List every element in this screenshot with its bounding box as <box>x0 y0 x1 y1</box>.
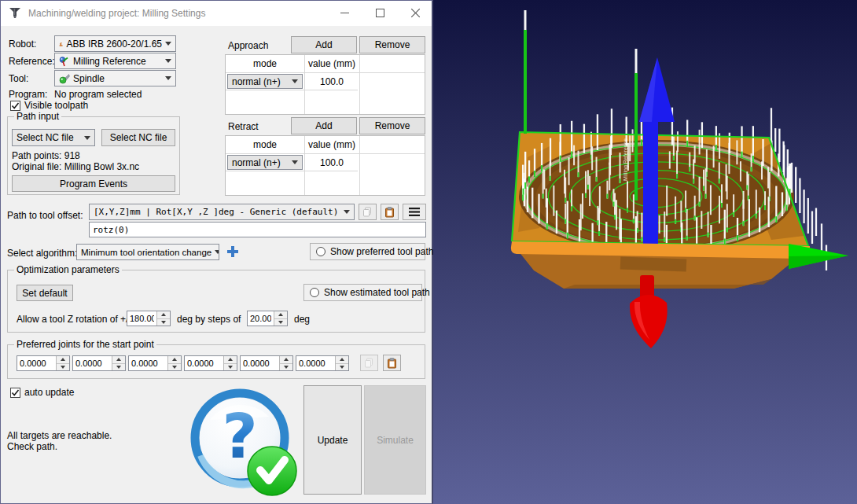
spin-down-button[interactable] <box>280 364 292 371</box>
program-events-button[interactable]: Program Events <box>12 175 175 192</box>
titlebar[interactable]: Machining/welding project: Milling Setti… <box>1 1 432 26</box>
robot-icon <box>59 39 64 50</box>
update-button[interactable]: Update <box>303 385 362 495</box>
retract-mode-combobox[interactable]: normal (n+) <box>227 155 303 170</box>
paste-icon <box>384 207 395 218</box>
approach-remove-label: Remove <box>375 39 410 50</box>
rotation-spinbox[interactable] <box>127 311 171 326</box>
joints-paste-button[interactable] <box>383 355 401 371</box>
radio-icon <box>316 247 326 256</box>
update-label: Update <box>318 435 348 446</box>
spin-up-button[interactable] <box>224 356 237 364</box>
approach-table: mode value (mm) normal (n+) 100.0 <box>225 54 425 115</box>
algorithm-combobox[interactable]: Minimum tool orientation change <box>76 244 219 260</box>
joint-4-spinbox[interactable] <box>184 355 237 371</box>
joint-5-spinbox[interactable] <box>240 355 293 371</box>
offset-value-field[interactable] <box>89 222 426 237</box>
robot-combobox[interactable]: ABB IRB 2600-20/1.65 <box>54 35 176 52</box>
table-divider <box>359 55 360 114</box>
front-face-patch <box>620 257 687 272</box>
frame-label: Milling Reference <box>623 138 629 181</box>
spin-up-button[interactable] <box>274 311 287 319</box>
joint-1-spinbox[interactable] <box>17 355 70 371</box>
add-algorithm-button[interactable] <box>226 245 240 259</box>
spin-up-button[interactable] <box>157 311 170 319</box>
spin-up-button[interactable] <box>336 356 348 364</box>
close-button[interactable] <box>398 1 433 25</box>
spin-up-button[interactable] <box>168 356 181 364</box>
chevron-down-icon <box>165 42 171 46</box>
tool-value: Spindle <box>73 73 105 84</box>
retract-remove-button[interactable]: Remove <box>359 117 425 134</box>
auto-update-label: auto update <box>24 387 74 398</box>
offset-paste-button[interactable] <box>381 204 399 220</box>
joint-3-input[interactable] <box>129 356 167 370</box>
maximize-button[interactable] <box>362 1 398 25</box>
auto-update-checkbox[interactable]: auto update <box>10 387 74 398</box>
show-preferred-label: Show preferred tool path <box>330 246 433 257</box>
select-nc-file-button[interactable]: Select NC file <box>101 129 175 146</box>
checkbox-checked-icon <box>10 101 20 111</box>
algorithm-label: Select algorithm: <box>7 248 77 259</box>
joint-6-spinbox[interactable] <box>296 355 349 371</box>
spin-down-button[interactable] <box>157 319 170 326</box>
step-spinbox[interactable] <box>247 311 288 326</box>
simulate-button[interactable]: Simulate <box>364 385 426 495</box>
spin-down-button[interactable] <box>168 364 181 371</box>
set-default-button[interactable]: Set default <box>17 285 73 301</box>
joints-copy-button[interactable] <box>360 355 378 371</box>
spin-up-button[interactable] <box>57 356 69 364</box>
maximize-icon <box>376 9 384 17</box>
visible-toolpath-checkbox[interactable]: Visible toolpath <box>10 100 88 111</box>
select-nc-file-dropdown[interactable]: Select NC file <box>12 129 95 146</box>
approach-value-cell[interactable]: 100.0 <box>304 76 359 87</box>
spin-up-button[interactable] <box>280 356 292 364</box>
select-nc-button-label: Select NC file <box>110 132 167 143</box>
reference-value: Milling Reference <box>73 56 146 67</box>
status-line-2: Check path. <box>7 441 57 452</box>
minimize-button[interactable] <box>327 1 362 25</box>
offset-copy-button[interactable] <box>359 204 377 220</box>
offset-menu-button[interactable] <box>403 204 426 220</box>
rotation-text-1: Allow a tool Z rotation of +/- <box>17 314 131 325</box>
spin-up-button[interactable] <box>112 356 125 364</box>
retract-add-label: Add <box>315 120 332 131</box>
program-events-label: Program Events <box>60 178 127 189</box>
joint-3-spinbox[interactable] <box>128 355 182 371</box>
status-line-1: All targets are reachable. <box>7 430 112 441</box>
copy-icon <box>364 358 374 368</box>
step-input[interactable] <box>248 311 274 326</box>
spin-down-button[interactable] <box>112 364 125 371</box>
spin-down-button[interactable] <box>336 364 348 371</box>
show-preferred-toolpath-radio[interactable]: Show preferred tool path <box>310 243 425 260</box>
offset-format-combobox[interactable]: [X,Y,Z]mm | Rot[X,Y ,Z ]deg - Generic (d… <box>89 204 355 220</box>
retract-add-button[interactable]: Add <box>291 117 357 134</box>
retract-col-mode: mode <box>226 139 304 150</box>
offset-value-input[interactable] <box>93 223 422 237</box>
spin-down-button[interactable] <box>57 364 69 371</box>
joint-2-spinbox[interactable] <box>72 355 126 371</box>
retract-value-cell[interactable]: 100.0 <box>304 157 359 168</box>
rotation-text-3: deg <box>294 314 310 325</box>
spin-down-button[interactable] <box>274 319 287 326</box>
joint-5-input[interactable] <box>241 356 279 370</box>
tool-combobox[interactable]: Spindle <box>54 70 176 86</box>
approach-remove-button[interactable]: Remove <box>359 36 425 53</box>
table-divider <box>359 136 360 195</box>
reference-combobox[interactable]: Milling Reference <box>54 53 176 69</box>
joint-6-input[interactable] <box>296 356 335 370</box>
robot-label: Robot: <box>9 39 36 50</box>
spin-down-button[interactable] <box>224 364 237 371</box>
set-default-label: Set default <box>22 288 67 299</box>
approach-mode-combobox[interactable]: normal (n+) <box>227 74 303 89</box>
program-value: No program selected <box>54 89 142 100</box>
joint-4-input[interactable] <box>185 356 223 370</box>
approach-add-button[interactable]: Add <box>291 36 357 53</box>
retract-table: mode value (mm) normal (n+) 100.0 <box>225 135 425 196</box>
joint-1-input[interactable] <box>17 356 56 370</box>
rotation-input[interactable] <box>127 311 156 326</box>
show-estimated-toolpath-radio[interactable]: Show estimated tool path <box>303 284 422 301</box>
joint-2-input[interactable] <box>73 356 112 370</box>
select-nc-dropdown-text: Select NC file <box>17 132 74 143</box>
3d-viewport[interactable]: Milling Reference <box>433 0 857 504</box>
